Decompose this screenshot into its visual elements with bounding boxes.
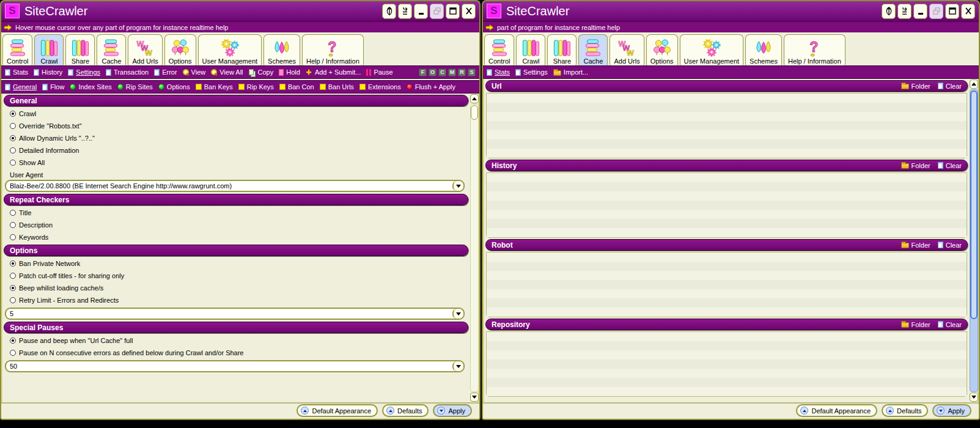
radio-option[interactable]: Description [4, 219, 468, 231]
menu-item[interactable]: Settings [68, 68, 100, 76]
radio-option[interactable]: Patch cut-off titles - for sharing only [4, 270, 468, 282]
toolbar-button[interactable]: Cache [97, 34, 126, 65]
toolbar-button[interactable]: Crawl [34, 34, 64, 65]
toolbar-button[interactable]: Share [547, 34, 577, 65]
menu-item[interactable]: Settings [515, 68, 548, 76]
radio-option[interactable]: Keywords [4, 231, 468, 243]
close-button[interactable] [462, 4, 476, 19]
toolbar-button[interactable]: Schemes [263, 34, 300, 65]
toolbar-button[interactable]: Help / Information [302, 34, 364, 65]
folder-button[interactable]: Folder [901, 83, 930, 90]
scrollbar-thumb[interactable] [471, 105, 478, 120]
menu-item[interactable]: Pause [366, 68, 392, 76]
scrollbar[interactable] [470, 94, 479, 402]
unroll-list-button[interactable] [398, 4, 412, 19]
clear-button[interactable]: Clear [938, 83, 962, 90]
radio-option[interactable]: Pause on N consecutive errors as defined… [4, 347, 468, 359]
menu-item[interactable]: Import... [553, 68, 588, 76]
default-appearance-button[interactable]: Default Appearance [297, 404, 378, 417]
radio-option[interactable]: Crawl [4, 108, 468, 120]
radio-option[interactable]: Override "Robots.txt" [4, 120, 468, 132]
roll-up-button[interactable] [882, 4, 896, 19]
menu-item[interactable]: Hold [279, 68, 300, 76]
menu-item[interactable]: Extensions [359, 83, 401, 90]
dropdown-button[interactable] [452, 361, 463, 371]
menu-item[interactable]: Error [154, 68, 177, 76]
scrollbar-track[interactable] [470, 104, 479, 392]
menu-item[interactable]: General [5, 83, 37, 90]
menu-item[interactable]: Transaction [106, 68, 149, 76]
toolbar-button[interactable]: Help / Information [784, 34, 846, 65]
user-agent-combo[interactable]: Blaiz-Bee/2.00.8800 (BE Internet Search … [5, 180, 465, 192]
folder-button[interactable]: Folder [901, 321, 930, 328]
apply-button[interactable]: Apply [433, 404, 472, 417]
radio-option[interactable]: Allow Dynamic Urls "..?.." [4, 132, 468, 144]
dropdown-button[interactable] [452, 181, 463, 191]
unroll-list-button[interactable] [897, 4, 912, 19]
menu-item[interactable]: Index Sites [70, 83, 111, 90]
scroll-up-button[interactable] [970, 79, 978, 89]
close-button[interactable] [961, 4, 975, 19]
toolbar-button[interactable]: Share [65, 34, 95, 65]
toolbar-button[interactable]: User Management [680, 34, 744, 65]
toolbar-button[interactable]: Control [2, 34, 32, 65]
scrollbar[interactable] [969, 79, 979, 402]
flag-badge[interactable]: C [438, 68, 446, 76]
scroll-up-button[interactable] [470, 94, 479, 103]
menu-item[interactable]: View [183, 68, 206, 76]
menu-item[interactable]: Rip Keys [238, 83, 274, 90]
menu-item[interactable]: Flow [42, 83, 64, 90]
radio-option[interactable]: Ban Private Network [4, 257, 468, 270]
radio-option[interactable]: Show All [4, 157, 468, 169]
toolbar-button[interactable]: Crawl [516, 34, 545, 65]
scroll-down-button[interactable] [470, 393, 479, 402]
flag-badge[interactable]: O [429, 68, 437, 76]
maximize-button[interactable] [446, 4, 460, 19]
defaults-button[interactable]: Defaults [382, 404, 429, 417]
flag-badge[interactable]: F [419, 68, 427, 76]
menu-item[interactable]: Rip Sites [117, 83, 153, 90]
scrollbar-track[interactable] [970, 89, 978, 392]
retry-limit-combo[interactable]: 5 [5, 308, 465, 320]
toolbar-button[interactable]: Schemes [745, 34, 782, 65]
menu-item[interactable]: Copy [249, 68, 274, 76]
toolbar-button[interactable]: User Management [198, 34, 262, 65]
menu-item[interactable]: Options [158, 83, 190, 90]
toolbar-button[interactable]: Add Urls [128, 34, 162, 65]
toolbar-button[interactable]: Control [484, 34, 514, 65]
folder-button[interactable]: Folder [901, 242, 930, 249]
dropdown-button[interactable] [452, 309, 463, 319]
toolbar-button[interactable]: Options [164, 34, 196, 65]
radio-option[interactable]: Detailed Information [4, 144, 468, 157]
toolbar-button[interactable]: Cache [578, 34, 608, 65]
menu-item[interactable]: View All [211, 68, 243, 76]
default-appearance-button[interactable]: Default Appearance [796, 404, 877, 417]
maximize-button[interactable] [945, 4, 959, 19]
toolbar-button[interactable]: Options [646, 34, 678, 65]
clear-button[interactable]: Clear [938, 321, 962, 328]
scrollbar-thumb[interactable] [970, 90, 978, 319]
menu-item[interactable]: Ban Con [279, 83, 314, 90]
menu-item[interactable]: Stats [487, 68, 510, 76]
flag-badge[interactable]: M [448, 68, 456, 76]
clear-button[interactable]: Clear [938, 242, 962, 249]
flag-badge[interactable]: S [468, 68, 476, 76]
menu-item[interactable]: History [34, 68, 62, 76]
radio-option[interactable]: Title [4, 207, 468, 219]
apply-button[interactable]: Apply [932, 404, 971, 417]
radio-option[interactable]: Beep whilist loading cache/s [4, 282, 468, 294]
clear-button[interactable]: Clear [938, 162, 962, 169]
radio-option[interactable]: Retry Limit - Errors and Redirects [4, 294, 468, 306]
minimize-button[interactable] [913, 4, 927, 19]
flag-badge[interactable]: R [458, 68, 466, 76]
menu-item[interactable]: Ban Keys [196, 83, 233, 90]
toolbar-button[interactable]: Add Urls [610, 34, 644, 65]
radio-option[interactable]: Pause and beep when "Url Cache" full [4, 334, 468, 347]
menu-item[interactable]: Ban Urls [320, 83, 354, 90]
menu-item[interactable]: Add + Submit... [306, 68, 361, 76]
scroll-down-button[interactable] [970, 393, 978, 402]
minimize-button[interactable] [414, 4, 428, 19]
roll-up-button[interactable] [382, 4, 396, 19]
folder-button[interactable]: Folder [901, 162, 930, 169]
consecutive-errors-combo[interactable]: 50 [5, 360, 465, 372]
